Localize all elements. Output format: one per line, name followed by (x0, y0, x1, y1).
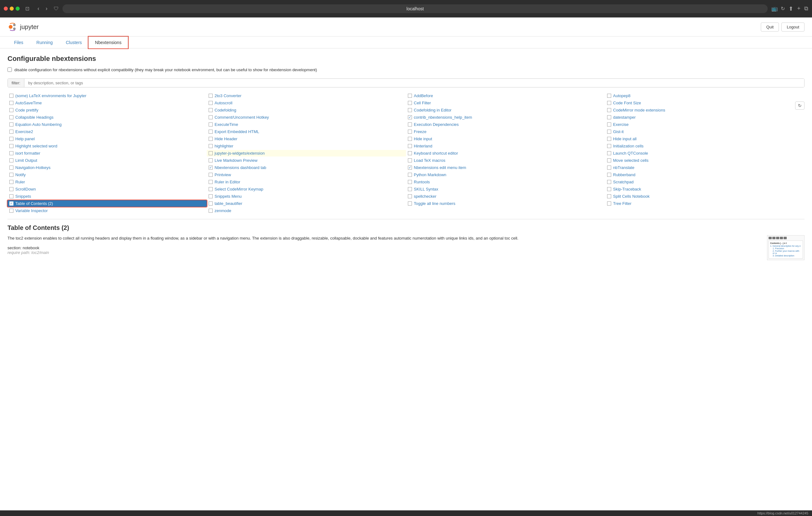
ext-item[interactable]: Tree Filter (605, 200, 805, 207)
ext-item[interactable]: Execution Dependencies (406, 121, 605, 128)
ext-item[interactable]: Python Markdown (406, 171, 605, 178)
ext-name: Notify (15, 172, 26, 177)
ext-item[interactable]: AddBefore (406, 92, 605, 99)
ext-item[interactable]: Code prettify (7, 107, 207, 113)
tab-overview-button[interactable]: ⧉ (804, 5, 808, 12)
tab-clusters[interactable]: Clusters (59, 36, 88, 48)
ext-item[interactable]: Code Font Size (605, 99, 805, 106)
ext-item[interactable]: Toggle all line numbers (406, 200, 605, 207)
filter-input[interactable] (24, 79, 804, 87)
compat-checkbox[interactable] (7, 67, 12, 72)
ext-item[interactable]: ScrollDown (7, 186, 207, 193)
ext-item[interactable]: contrib_nbextensions_help_item (406, 114, 605, 120)
ext-item[interactable]: Ruler (7, 179, 207, 185)
ext-name: Cell Filter (414, 101, 431, 105)
ext-item-equation-auto-numbering[interactable]: Equation Auto Numbering (7, 121, 207, 128)
ext-item[interactable]: Freeze (406, 128, 605, 135)
ext-checkbox (209, 137, 213, 141)
share-button[interactable]: ⬆ (789, 5, 793, 12)
ext-item[interactable]: Select CodeMirror Keymap (207, 186, 406, 193)
ext-item[interactable]: Hide input (406, 136, 605, 142)
status-bar: https://blog.csdn.net/u012744245 (0, 510, 812, 516)
new-tab-button[interactable]: + (797, 5, 801, 12)
ext-item[interactable]: spellchecker (406, 193, 605, 200)
ext-item[interactable]: Load TeX macros (406, 157, 605, 164)
ext-item[interactable]: zenmode (207, 207, 406, 214)
ext-name: Ruler in Editor (214, 180, 240, 184)
detail-text: The toc2 extension enables to collect al… (7, 235, 759, 260)
ext-name: SKILL Syntax (414, 187, 438, 192)
maximize-button[interactable] (16, 6, 20, 10)
ext-item[interactable]: table_beautifier (207, 200, 406, 207)
ext-item[interactable]: datestamper (605, 114, 805, 120)
refresh-icon[interactable]: ↻ (781, 6, 785, 11)
close-button[interactable] (4, 6, 8, 10)
ext-item[interactable]: Nbextensions edit menu item (406, 164, 605, 171)
ext-item[interactable]: Launch QTConsole (605, 150, 805, 156)
ext-item[interactable]: isort formatter (7, 150, 207, 156)
ext-item[interactable]: Split Cells Notebook (605, 193, 805, 200)
refresh-button[interactable]: ↻ (795, 102, 805, 110)
back-button[interactable]: ‹ (35, 5, 42, 12)
ext-item[interactable]: Limit Output (7, 157, 207, 164)
ext-item[interactable]: Printview (207, 171, 406, 178)
forward-button[interactable]: › (43, 5, 50, 12)
ext-item[interactable]: 2to3 Converter (207, 92, 406, 99)
tab-nbextensions[interactable]: Nbextensions (88, 36, 128, 49)
url-bar[interactable] (62, 4, 767, 13)
ext-item[interactable]: CodeMirror mode extensions (605, 107, 805, 113)
ext-item[interactable]: Exercise2 (7, 128, 207, 135)
ext-item[interactable]: Nbextensions dashboard tab (207, 164, 406, 171)
ext-item[interactable]: ExecuteTime (207, 121, 406, 128)
ext-item[interactable]: Autoscroll (207, 99, 406, 106)
ext-item[interactable]: Hide input all (605, 136, 805, 142)
ext-item[interactable]: Initialization cells (605, 143, 805, 149)
ext-item[interactable]: Highlight selected word (7, 143, 207, 149)
ext-item[interactable]: SKILL Syntax (406, 186, 605, 193)
ext-item[interactable]: Cell Filter (406, 99, 605, 106)
ext-item[interactable]: Variable Inspector (7, 207, 207, 214)
ext-item[interactable]: Snippets Menu (207, 193, 406, 200)
ext-item[interactable]: Snippets (7, 193, 207, 200)
ext-item[interactable]: Live Markdown Preview (207, 157, 406, 164)
ext-item[interactable]: Export Embedded HTML (207, 128, 406, 135)
ext-item[interactable]: Ruler in Editor (207, 179, 406, 185)
ext-item[interactable]: Rubberband (605, 171, 805, 178)
ext-item[interactable]: Navigation-Hotkeys (7, 164, 207, 171)
ext-name: (some) LaTeX environments for Jupyter (15, 93, 87, 98)
ext-item[interactable]: Runtools (406, 179, 605, 185)
ext-item[interactable]: highlighter (207, 143, 406, 149)
ext-name: nbTranslate (613, 165, 634, 170)
ext-item[interactable]: Gist-it (605, 128, 805, 135)
ext-item[interactable]: nbTranslate (605, 164, 805, 171)
ext-checkbox (209, 180, 213, 184)
detail-require-label: require path: toc2/main (7, 250, 759, 255)
ext-item[interactable]: Skip-Traceback (605, 186, 805, 193)
ext-item-toc2[interactable]: Table of Contents (2) (7, 200, 207, 207)
ext-item[interactable]: Autopep8 (605, 92, 805, 99)
minimize-button[interactable] (10, 6, 14, 10)
quit-button[interactable]: Quit (761, 23, 779, 32)
ext-item[interactable]: (some) LaTeX environments for Jupyter (7, 92, 207, 99)
ext-item[interactable]: Comment/Uncomment Hotkey (207, 114, 406, 120)
ext-name: highlighter (214, 144, 233, 148)
ext-item[interactable]: Notify (7, 171, 207, 178)
tab-files[interactable]: Files (7, 36, 30, 48)
ext-item[interactable]: Hide Header (207, 136, 406, 142)
ext-item[interactable]: Keyboard shortcut editor (406, 150, 605, 156)
ext-item[interactable]: Exercise (605, 121, 805, 128)
logout-button[interactable]: Logout (781, 23, 805, 32)
ext-item[interactable]: Help panel (7, 136, 207, 142)
ext-name: Nbextensions edit menu item (414, 165, 466, 170)
ext-item[interactable]: Scratchpad (605, 179, 805, 185)
ext-item[interactable]: Codefolding (207, 107, 406, 113)
ext-item-move-selected-cells[interactable]: Move selected cells (605, 157, 805, 164)
ext-item-jupyter-widgets[interactable]: jupyter-js-widgets/extension (207, 150, 406, 156)
thumb-item-4: 3. Detailed description (770, 255, 802, 257)
ext-item[interactable]: AutoSaveTime (7, 99, 207, 106)
sidebar-toggle-button[interactable]: ⊡ (23, 5, 31, 12)
ext-item[interactable]: Codefolding in Editor (406, 107, 605, 113)
ext-item[interactable]: Hinterland (406, 143, 605, 149)
ext-item-collapsible-headings[interactable]: Collapsible Headings (7, 114, 207, 120)
tab-running[interactable]: Running (30, 36, 59, 48)
